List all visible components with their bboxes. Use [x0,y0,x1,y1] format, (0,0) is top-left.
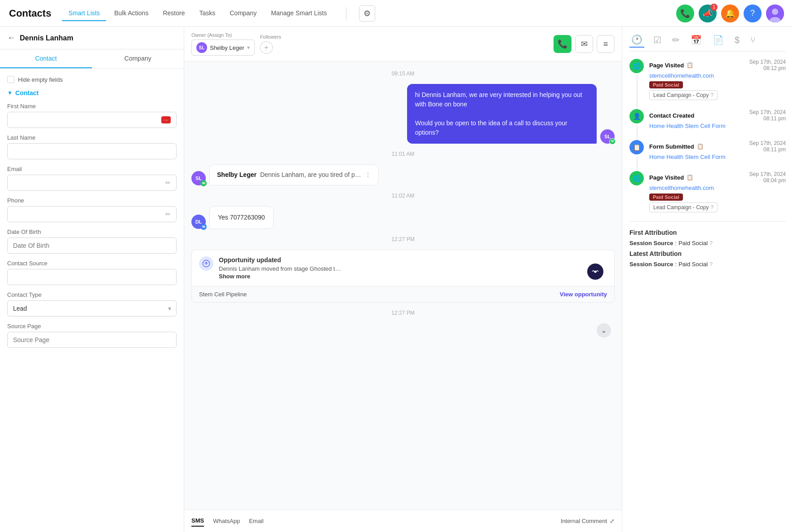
right-panel: 🕐 ☑ ✏ 📅 📄 $ ⑂ 🌐 Page Visited 📋 [622,27,793,532]
chat-actions: 📞 ✉ ≡ [554,35,615,53]
activity-link-1[interactable]: Home Health Stem Cell Form [649,123,786,129]
filter-action-btn[interactable]: ≡ [597,35,615,53]
nav-company[interactable]: Company [223,6,263,21]
bell-icon-btn[interactable]: 🔔 [721,4,739,22]
copy-icon-0: 📋 [687,62,693,68]
chat-messages: 09:15 AM hi Dennis Lanham, we are very i… [184,62,622,510]
time-label-4: 12:27 PM [191,310,615,316]
phone-label: Phone [7,197,177,204]
email-tab[interactable]: Email [249,516,264,526]
email-sender-avatar: SL ✉ [191,171,206,185]
first-attribution-help-icon[interactable]: ? [709,240,713,246]
activity-tab-calendar[interactable]: 📅 [689,33,704,47]
date-of-birth-label: Date Of Birth [7,229,177,235]
last-name-input-wrap: Lanham [7,143,177,159]
owner-section: Owner (Assign To) SL Shelby Leger ▾ [191,32,255,56]
contact-source-label: Contact Source [7,260,177,267]
activity-item-0: 🌐 Page Visited 📋 Sep 17th, 2024 08:12 pm… [629,59,786,100]
activity-tab-dollar[interactable]: $ [733,33,741,47]
received-avatar-0: DL ✉ [191,215,206,229]
svg-point-1 [772,9,778,15]
activity-tab-pencil[interactable]: ✏ [670,33,682,47]
campaign-label-0[interactable]: Lead Campaign - Copy ? [649,90,718,100]
contact-source-input[interactable]: home health stem cell form [13,273,171,281]
email-input[interactable]: dennislanhamsr@gmail.com [13,179,165,186]
activity-tab-check[interactable]: ☑ [651,33,663,47]
megaphone-icon-btn[interactable]: 📣 1 [699,4,717,22]
scroll-down-btn[interactable] [587,264,603,280]
contact-type-select[interactable]: Lead Customer Prospect [7,300,177,317]
section-chevron-icon: ▼ [7,90,13,96]
help-icon-btn[interactable]: ? [744,4,762,22]
first-name-dots-btn[interactable]: ··· [161,116,171,123]
campaign-label-3[interactable]: Lead Campaign - Copy ? [649,202,718,212]
source-page-input[interactable] [13,336,171,343]
activity-tab-share[interactable]: ⑂ [749,33,758,47]
activity-title-1: Contact Created [649,112,694,119]
owner-select[interactable]: SL Shelby Leger ▾ [191,40,255,56]
hide-empty-label: Hide empty fields [18,76,63,83]
first-name-input[interactable]: Dennis [13,116,161,123]
source-page-label: Source Page [7,323,177,330]
nav-tasks[interactable]: Tasks [193,6,222,21]
activity-link-0[interactable]: stemcellhomehealth.com [649,72,786,79]
time-label-2: 11:02 AM [191,193,615,199]
settings-button[interactable]: ⚙ [359,5,375,22]
activity-tab-doc[interactable]: 📄 [711,33,726,47]
user-avatar[interactable] [766,4,784,22]
contact-type-field: Contact Type Lead Customer Prospect [7,291,177,317]
latest-attribution-colon: : [675,261,677,268]
activity-title-3: Page Visited 📋 [649,174,693,181]
campaign-help-icon-3: ? [710,204,713,211]
back-button[interactable]: ← [7,33,15,43]
tab-company[interactable]: Company [92,49,184,68]
phone-edit-icon[interactable]: ✏ [165,211,171,218]
whatsapp-tab[interactable]: WhatsApp [213,516,240,526]
hide-empty-checkbox[interactable] [7,76,14,83]
activity-icon-1: 👤 [629,109,644,123]
latest-session-source-label: Session Source [629,261,673,268]
paid-social-badge-3: Paid Social [649,193,683,201]
contact-name: Dennis Lanham [20,34,73,42]
paid-social-badge-0: Paid Social [649,81,683,88]
latest-attribution-value: Paid Social [678,261,708,268]
phone-input[interactable]: (707) 726-3090 [13,211,165,218]
contact-fields: Hide empty fields ▼ Contact First Name D… [0,69,184,532]
latest-attribution-help-icon[interactable]: ? [709,261,713,268]
nav-manage-smart-lists[interactable]: Manage Smart Lists [265,6,333,21]
email-more-icon[interactable]: ⋮ [365,170,371,180]
activity-title-row-1: Contact Created Sep 17th, 2024 08:11 pm [649,109,786,122]
nav-restore[interactable]: Restore [156,6,191,21]
sms-tab[interactable]: SMS [191,515,204,527]
show-more-btn[interactable]: Show more [219,273,582,280]
activity-link-3[interactable]: stemcellhomehealth.com [649,185,786,191]
call-action-btn[interactable]: 📞 [554,35,571,53]
internal-comment-btn[interactable]: Internal Comment ⤢ [561,518,615,524]
scroll-down-area: ⌄ [191,323,615,338]
app-title: Contacts [9,8,51,19]
activity-link-2[interactable]: Home Health Stem Cell Form [649,154,786,160]
owner-chevron-icon: ▾ [247,44,250,51]
nav-smart-lists[interactable]: Smart Lists [62,6,106,21]
owner-label: Owner (Assign To) [191,32,255,38]
activity-content-1: Contact Created Sep 17th, 2024 08:11 pm … [649,109,786,131]
followers-add-btn[interactable]: + [260,41,273,54]
date-of-birth-input[interactable] [13,242,171,249]
email-edit-icon[interactable]: ✏ [165,179,171,186]
activity-badges-3: Paid Social Lead Campaign - Copy ? [649,193,786,212]
email-preview-text: Dennis Lanham, are you tired of p… [260,170,361,180]
email-input-wrap: dennislanhamsr@gmail.com ✏ [7,175,177,191]
view-opportunity-btn[interactable]: View opportunity [560,291,607,298]
phone-icon-btn[interactable]: 📞 [676,4,694,22]
expand-chat-btn[interactable]: ⌄ [597,323,611,338]
contact-type-label: Contact Type [7,291,177,298]
last-name-input[interactable]: Lanham [13,148,171,155]
nav-left: Contacts Smart Lists Bulk Actions Restor… [9,5,375,22]
tab-contact[interactable]: Contact [0,49,92,68]
nav-bulk-actions[interactable]: Bulk Actions [108,6,155,21]
email-action-btn[interactable]: ✉ [575,35,593,53]
left-panel: ← Dennis Lanham Contact Company Hide emp… [0,27,184,532]
activity-tab-clock[interactable]: 🕐 [629,32,644,48]
sent-message-0: hi Dennis Lanham, we are very interested… [191,84,615,144]
activity-icon-3: 🌐 [629,171,644,185]
